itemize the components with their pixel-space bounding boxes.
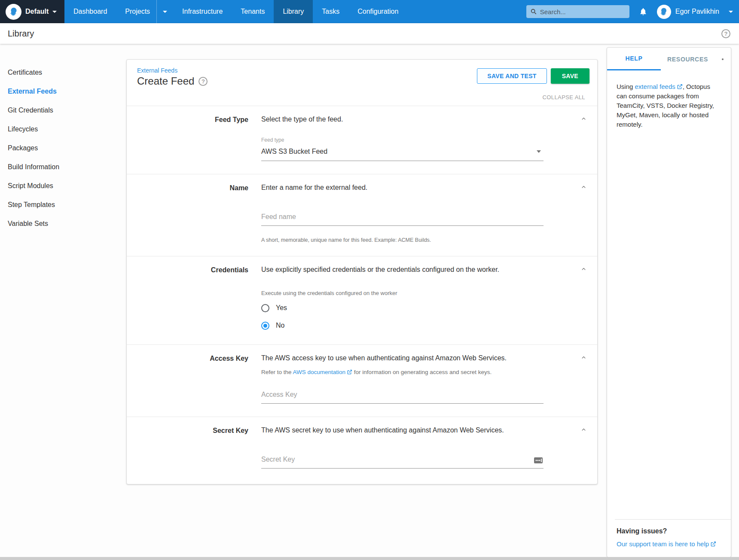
section-name: Name Enter a name for the external feed.…	[127, 174, 597, 256]
section-label: Credentials	[127, 266, 261, 332]
horizontal-scrollbar[interactable]	[0, 557, 739, 560]
credentials-radio-no[interactable]: No	[261, 320, 544, 332]
nav-configuration[interactable]: Configuration	[348, 0, 407, 23]
collapse-section-icon[interactable]	[580, 266, 587, 272]
sidebar-item-build-information[interactable]: Build Information	[0, 158, 126, 177]
section-label: Name	[127, 184, 261, 243]
projects-dropdown-caret[interactable]	[156, 0, 173, 23]
sidebar-item-step-templates[interactable]: Step Templates	[0, 195, 126, 214]
collapse-section-icon[interactable]	[580, 354, 587, 361]
section-label: Feed Type	[127, 116, 261, 161]
help-panel-overflow-menu[interactable]	[715, 48, 731, 70]
external-feeds-link[interactable]: external feeds	[635, 83, 675, 90]
page-title: Library	[8, 29, 34, 39]
section-summary: Select the type of the feed.	[261, 116, 597, 123]
having-issues-title: Having issues?	[617, 527, 721, 535]
search-input[interactable]	[540, 8, 626, 15]
radio-checked-icon	[261, 322, 269, 330]
external-link-icon	[677, 84, 683, 90]
external-link-icon	[347, 369, 352, 375]
chevron-down-icon	[52, 11, 57, 13]
credentials-field-label: Execute using the credentials configured…	[261, 290, 544, 296]
sidebar-item-git-credentials[interactable]: Git Credentials	[0, 101, 126, 120]
help-panel: HELP RESOURCES Using external feeds, Oct…	[607, 47, 731, 557]
radio-label: No	[276, 322, 284, 329]
page-title-bar: Library ?	[0, 23, 739, 44]
space-switcher[interactable]: Default	[0, 0, 64, 23]
select-dropdown-icon	[537, 150, 541, 153]
help-panel-footer: Having issues? Our support team is here …	[607, 519, 731, 557]
sidebar-item-certificates[interactable]: Certificates	[0, 63, 126, 82]
nav-infrastructure[interactable]: Infrastructure	[173, 0, 232, 23]
tab-help[interactable]: HELP	[607, 48, 661, 70]
aws-documentation-link[interactable]: AWS documentation	[293, 369, 346, 375]
octopus-logo-icon	[6, 4, 21, 20]
sidebar-item-script-modules[interactable]: Script Modules	[0, 177, 126, 195]
collapse-section-icon[interactable]	[580, 116, 587, 122]
section-summary: Use explicitly specified credentials or …	[261, 266, 597, 274]
feed-type-field-label: Feed type	[261, 137, 544, 143]
page-help-icon[interactable]: ?	[721, 29, 730, 38]
global-search[interactable]	[526, 5, 629, 18]
top-navbar: Default Dashboard Projects Infrastructur…	[0, 0, 739, 23]
navbar-right: Egor Pavlikhin	[526, 0, 739, 23]
tab-resources[interactable]: RESOURCES	[661, 48, 715, 70]
section-credentials: Credentials Use explicitly specified cre…	[127, 256, 597, 344]
section-feed-type: Feed Type Select the type of the feed. F…	[127, 106, 597, 174]
section-label: Access Key	[127, 354, 261, 404]
create-feed-help-icon[interactable]: ?	[198, 77, 208, 86]
support-link[interactable]: Our support team is here to help	[617, 540, 721, 548]
breadcrumb[interactable]: External Feeds	[137, 67, 177, 74]
nav-tasks[interactable]: Tasks	[313, 0, 348, 23]
help-panel-tabs: HELP RESOURCES	[607, 48, 731, 70]
collapse-all-button[interactable]: COLLAPSE ALL	[127, 87, 597, 106]
collapse-section-icon[interactable]	[580, 184, 587, 190]
section-secret-key: Secret Key The AWS secret key to use whe…	[127, 417, 597, 484]
main-navigation: Dashboard Projects Infrastructure Tenant…	[64, 0, 526, 23]
section-summary: The AWS secret key to use when authentic…	[261, 426, 597, 434]
space-name: Default	[25, 8, 49, 15]
content-area: Certificates External Feeds Git Credenti…	[0, 44, 739, 560]
sidebar-item-lifecycles[interactable]: Lifecycles	[0, 120, 126, 139]
create-feed-title: Create Feed	[137, 75, 194, 87]
sidebar-item-variable-sets[interactable]: Variable Sets	[0, 214, 126, 233]
feed-name-helper-text: A short, memorable, unique name for this…	[261, 237, 544, 243]
feed-type-selected-value: AWS S3 Bucket Feed	[261, 148, 327, 155]
access-key-input[interactable]	[261, 388, 544, 404]
collapse-section-icon[interactable]	[580, 426, 587, 433]
user-avatar	[657, 5, 671, 19]
nav-dashboard[interactable]: Dashboard	[64, 0, 116, 23]
create-feed-card: External Feeds Create Feed ? SAVE AND TE…	[126, 59, 598, 484]
library-sidebar: Certificates External Feeds Git Credenti…	[0, 44, 126, 233]
access-key-note: Refer to the AWS documentation for infor…	[261, 369, 544, 375]
chevron-down-icon	[163, 11, 167, 13]
sensitive-value-icon[interactable]	[534, 457, 543, 464]
chevron-down-icon	[729, 11, 733, 13]
user-menu[interactable]: Egor Pavlikhin	[657, 5, 733, 19]
section-label: Secret Key	[127, 426, 261, 469]
radio-label: Yes	[276, 304, 287, 312]
credentials-radio-yes[interactable]: Yes	[261, 302, 544, 314]
notifications-bell-icon[interactable]	[639, 7, 647, 16]
save-button[interactable]: SAVE	[551, 68, 589, 84]
external-link-icon	[710, 541, 716, 547]
nav-tenants[interactable]: Tenants	[232, 0, 274, 23]
help-panel-text: Using external feeds, Octopus can consum…	[607, 70, 731, 129]
nav-library[interactable]: Library	[274, 0, 313, 23]
search-icon	[530, 8, 537, 15]
secret-key-input[interactable]	[261, 453, 544, 469]
feed-type-select[interactable]: AWS S3 Bucket Feed	[261, 145, 544, 161]
section-summary: Enter a name for the external feed.	[261, 184, 597, 192]
nav-projects[interactable]: Projects	[116, 0, 159, 23]
save-and-test-button[interactable]: SAVE AND TEST	[477, 68, 547, 84]
sidebar-item-external-feeds[interactable]: External Feeds	[0, 82, 126, 101]
user-name: Egor Pavlikhin	[675, 8, 719, 15]
feed-name-input[interactable]	[261, 210, 544, 226]
section-summary: The AWS access key to use when authentic…	[261, 354, 597, 362]
section-access-key: Access Key The AWS access key to use whe…	[127, 344, 597, 417]
radio-unchecked-icon	[261, 304, 269, 312]
sidebar-item-packages[interactable]: Packages	[0, 139, 126, 158]
